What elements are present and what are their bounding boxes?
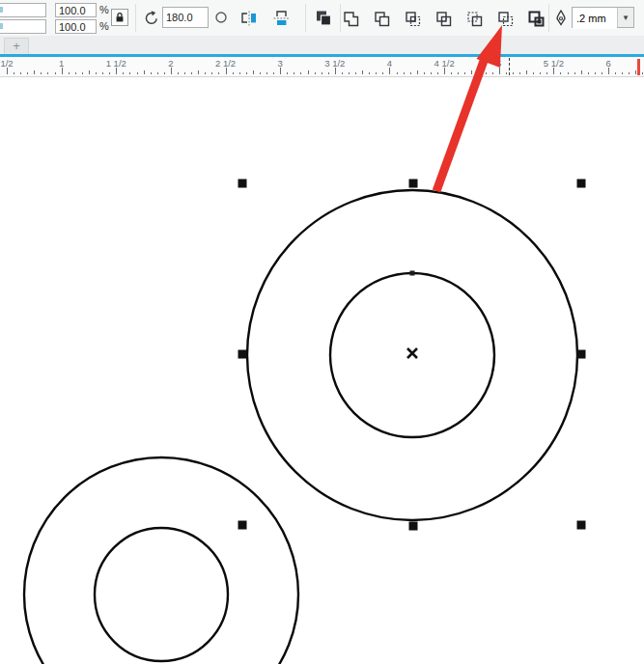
combine-icon (314, 9, 333, 28)
ruler-tick (123, 72, 124, 74)
donut-selected-inner-circle[interactable] (330, 273, 494, 437)
donut-unselected-inner-circle[interactable] (95, 528, 228, 661)
ruler-tick (424, 72, 425, 74)
selection-handle[interactable] (409, 180, 418, 188)
ruler-tick (546, 72, 547, 74)
ruler-tick (260, 72, 261, 74)
ruler-tick (376, 72, 377, 74)
front-minus-back-button[interactable] (462, 7, 486, 30)
back-minus-front-button[interactable] (493, 7, 517, 30)
combine-button[interactable] (311, 7, 336, 30)
selection-handle[interactable] (409, 522, 418, 531)
ruler-tick (246, 72, 247, 74)
lock-ratio-button[interactable] (111, 9, 128, 26)
ruler-tick (540, 72, 541, 74)
rotate-button[interactable] (141, 9, 159, 27)
selection-handle[interactable] (238, 521, 247, 530)
mirror-horizontal-icon (239, 10, 259, 27)
simplify-button[interactable] (432, 7, 455, 30)
weld-button[interactable] (339, 7, 362, 30)
dropdown-arrow-icon[interactable]: ▾ (617, 8, 633, 27)
ruler-tick (164, 72, 165, 74)
ruler-label: 1/2 (0, 58, 23, 69)
rotation-angle-field[interactable] (162, 7, 209, 28)
ruler-tick (437, 72, 438, 74)
ruler-tick (69, 72, 70, 74)
selection-handle[interactable] (577, 521, 586, 530)
selection-center-mark[interactable] (407, 348, 417, 358)
ruler-tick (560, 72, 561, 74)
donut-selected-outer-circle[interactable] (247, 190, 577, 520)
ruler-tick (89, 70, 90, 74)
ruler-tick (404, 72, 405, 74)
ruler-tick (198, 70, 199, 74)
object-position-y-field[interactable] (0, 19, 46, 34)
separator (305, 4, 306, 32)
mirror-vertical-icon (272, 10, 292, 27)
ruler-tick (642, 72, 643, 74)
ruler-tick (506, 72, 507, 74)
donut-unselected-outer-circle[interactable] (24, 457, 298, 664)
ruler-tick (369, 72, 370, 74)
intersect-button[interactable] (401, 7, 424, 30)
ruler-tick (602, 72, 602, 74)
mirror-horizontal-button[interactable] (238, 8, 261, 29)
ruler-tick (458, 72, 459, 74)
ruler-tick (464, 72, 465, 74)
ruler-tick (233, 72, 234, 74)
ruler-tick (205, 72, 206, 74)
outline-width-field[interactable] (573, 8, 617, 29)
ruler-tick (14, 72, 14, 74)
ruler-tick (328, 72, 329, 74)
ruler-tick (266, 72, 267, 74)
ruler-tick (109, 72, 110, 74)
ruler-tick (382, 72, 383, 74)
scale-y-field[interactable] (55, 19, 97, 34)
separator (135, 4, 136, 32)
ruler-tick (513, 72, 514, 74)
ruler-tick (218, 72, 219, 74)
object-position-x-field[interactable] (0, 3, 46, 17)
drawing-canvas[interactable] (0, 76, 644, 664)
outline-width-combo[interactable]: ▾ (572, 7, 634, 28)
ruler-tick (389, 68, 390, 74)
trim-button[interactable] (370, 7, 393, 30)
ruler-tick (486, 72, 487, 74)
ruler-tick (479, 72, 480, 74)
mirror-vertical-button[interactable] (270, 8, 294, 29)
ruler-tick (492, 72, 493, 74)
ruler-tick (137, 72, 138, 74)
ruler-tick (362, 70, 363, 74)
ruler-tick (417, 70, 418, 74)
scale-x-field[interactable] (55, 3, 97, 17)
curve-node-marker[interactable] (410, 271, 415, 276)
simplify-icon (434, 10, 453, 28)
ruler-tick (34, 70, 35, 74)
ruler-tick (171, 68, 172, 74)
ruler-tick (102, 72, 103, 74)
ruler-tick (294, 72, 294, 74)
ruler-tick (444, 68, 445, 74)
selection-handle[interactable] (238, 350, 247, 359)
ruler-tick (622, 72, 623, 74)
ruler-tick (7, 68, 8, 74)
ruler-tick (635, 70, 636, 74)
ruler[interactable]: 1/211 1/222 1/233 1/244 1/255 1/26 (0, 57, 644, 77)
ruler-tick (526, 70, 527, 74)
back-minus-front-icon (496, 10, 515, 28)
ruler-tick (342, 72, 343, 74)
selection-handle[interactable] (577, 350, 586, 359)
ruler-tick (322, 72, 322, 74)
ruler-tick (451, 72, 452, 74)
cutoff-icon-fragment (0, 7, 3, 13)
ruler-tick (273, 72, 274, 74)
cutoff-icon-fragment (0, 23, 3, 29)
ruler-tick (595, 72, 596, 74)
create-boundary-icon (527, 10, 546, 28)
ruler-tick (287, 72, 288, 74)
create-boundary-button[interactable] (524, 7, 547, 30)
selection-handle[interactable] (238, 180, 247, 188)
ruler-tick (300, 72, 301, 74)
selection-handle[interactable] (577, 180, 586, 188)
ruler-tick (397, 72, 398, 74)
